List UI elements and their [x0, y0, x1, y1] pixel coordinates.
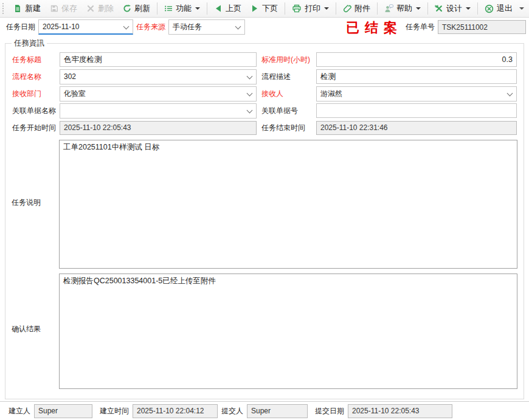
- form-row: 接收部门 化验室 接收人 游淑然: [12, 85, 517, 102]
- flow-name-value: 302: [64, 72, 76, 81]
- button-label: 打印: [305, 3, 320, 14]
- toolbar-separator: [285, 2, 285, 15]
- button-label: 附件: [354, 3, 370, 14]
- flow-name-combobox[interactable]: 302: [60, 69, 257, 84]
- chevron-down-icon: [507, 90, 513, 96]
- toolbar-separator: [157, 2, 157, 15]
- end-time-value: 2025-11-10 22:31:46: [320, 123, 388, 132]
- rel-doc-name-label: 关联单据名称: [12, 106, 60, 116]
- confirm-result-label: 确认结果: [12, 324, 59, 334]
- toolbar-overflow-icon[interactable]: [519, 7, 524, 10]
- task-no-value: TSK25111002: [442, 23, 488, 32]
- start-time-label: 任务开始时间: [12, 123, 60, 133]
- recv-dept-combobox[interactable]: 化验室: [60, 86, 257, 102]
- functions-button[interactable]: 功能: [160, 1, 204, 16]
- end-time-label: 任务结束时间: [261, 123, 316, 133]
- task-desc-row: 任务说明 工单20251101中样测试 日标: [12, 136, 517, 269]
- next-page-icon: [251, 4, 259, 13]
- std-hours-label: 标准用时(小时): [261, 55, 316, 65]
- new-button[interactable]: 新建: [9, 1, 45, 16]
- attachment-button[interactable]: 附件: [339, 1, 375, 16]
- prev-page-icon: [214, 4, 223, 13]
- next-page-button[interactable]: 下页: [246, 1, 282, 16]
- submitter-label: 提交人: [221, 406, 243, 416]
- refresh-icon: [123, 4, 131, 13]
- toolbar-separator: [377, 2, 378, 15]
- delete-icon: [86, 4, 95, 13]
- rel-doc-no-input[interactable]: [316, 103, 517, 118]
- button-label: 退出: [497, 3, 513, 14]
- toolbar-grip[interactable]: [2, 3, 5, 14]
- task-date-combobox[interactable]: 2025-11-10: [38, 19, 133, 35]
- task-info-groupbox: 任務資訊 任务标题 标准用时(小时) 流程名称 302 流程描述 接收部门 化验…: [5, 38, 524, 399]
- creator-value: Super: [38, 407, 58, 415]
- form-row: 关联单据名称 关联单据号: [12, 102, 517, 119]
- caret-down-icon: [416, 7, 421, 10]
- button-label: 设计: [446, 3, 462, 14]
- caret-down-icon: [195, 7, 200, 10]
- paperclip-icon: [343, 4, 351, 13]
- toolbar-separator: [427, 2, 428, 15]
- chevron-down-icon: [123, 24, 130, 30]
- recv-dept-value: 化验室: [64, 89, 86, 99]
- help-icon: [384, 4, 393, 13]
- prev-page-button[interactable]: 上页: [210, 1, 246, 16]
- toolbar-separator: [336, 2, 336, 15]
- submit-date-value: 2025-11-10 22:05:43: [352, 407, 420, 415]
- form-row: 任务开始时间 2025-11-10 22:05:43 任务结束时间 2025-1…: [12, 119, 517, 136]
- closed-status-stamp: 已结案: [346, 21, 403, 34]
- flow-desc-label: 流程描述: [261, 72, 316, 82]
- delete-button[interactable]: 删除: [82, 1, 118, 16]
- menu-list-icon: [164, 4, 173, 13]
- submitter-field: Super: [247, 404, 308, 418]
- task-source-label: 任务来源: [136, 22, 165, 32]
- task-desc-label: 任务说明: [12, 198, 59, 208]
- save-button[interactable]: 保存: [46, 1, 81, 16]
- statusbar: 建立人 Super 建立时间 2025-11-10 22:04:12 提交人 S…: [0, 401, 529, 420]
- creator-label: 建立人: [9, 406, 30, 416]
- help-button[interactable]: 帮助: [380, 1, 425, 16]
- task-desc-textarea[interactable]: 工单20251101中样测试 日标: [59, 140, 517, 269]
- button-label: 上页: [226, 3, 241, 14]
- task-title-input[interactable]: [60, 52, 257, 67]
- create-time-field: 2025-11-10 22:04:12: [133, 404, 218, 418]
- toolbar: 新建 保存 删除 刷新 功能 上页 下: [0, 0, 529, 18]
- caret-down-icon: [466, 7, 471, 10]
- receiver-label: 接收人: [261, 89, 316, 99]
- rel-doc-no-label: 关联单据号: [261, 106, 316, 116]
- rel-doc-name-combobox[interactable]: [60, 103, 257, 119]
- submit-date-field: 2025-11-10 22:05:43: [348, 404, 452, 418]
- end-time-field: 2025-11-10 22:31:46: [316, 121, 517, 135]
- chevron-down-icon: [247, 90, 253, 96]
- button-label: 刷新: [134, 3, 150, 14]
- design-tools-icon: [435, 4, 443, 13]
- task-source-combobox[interactable]: 手动任务: [168, 19, 245, 35]
- form-row: 任务标题 标准用时(小时): [12, 51, 517, 68]
- std-hours-input[interactable]: [316, 52, 517, 67]
- refresh-button[interactable]: 刷新: [119, 1, 154, 16]
- create-time-label: 建立时间: [100, 406, 129, 416]
- form-row: 流程名称 302 流程描述: [12, 68, 517, 85]
- caret-down-icon: [324, 7, 329, 10]
- exit-button[interactable]: 退出: [480, 1, 517, 16]
- create-time-value: 2025-11-10 22:04:12: [137, 407, 204, 415]
- task-no-field: TSK25111002: [438, 20, 526, 34]
- flow-name-label: 流程名称: [12, 72, 60, 82]
- confirm-result-textarea[interactable]: 检测报告QC250013354001-5已经上传至附件: [59, 274, 517, 389]
- receiver-combobox[interactable]: 游淑然: [316, 86, 517, 102]
- groupbox-title: 任務資訊: [12, 38, 47, 49]
- confirm-result-row: 确认结果 检测报告QC250013354001-5已经上传至附件: [12, 269, 517, 389]
- design-button[interactable]: 设计: [430, 1, 475, 16]
- start-time-field: 2025-11-10 22:05:43: [60, 121, 257, 135]
- button-label: 帮助: [396, 3, 412, 14]
- task-no-label: 任务单号: [406, 22, 435, 32]
- task-source-value: 手动任务: [173, 22, 202, 32]
- start-time-value: 2025-11-10 22:05:43: [64, 123, 131, 132]
- toolbar-separator: [207, 2, 207, 15]
- print-button[interactable]: 打印: [288, 1, 333, 16]
- chevron-down-icon: [247, 107, 253, 113]
- flow-desc-input[interactable]: [316, 69, 517, 84]
- task-date-label: 任务日期: [6, 22, 35, 32]
- button-label: 下页: [262, 3, 278, 14]
- button-label: 功能: [176, 3, 192, 14]
